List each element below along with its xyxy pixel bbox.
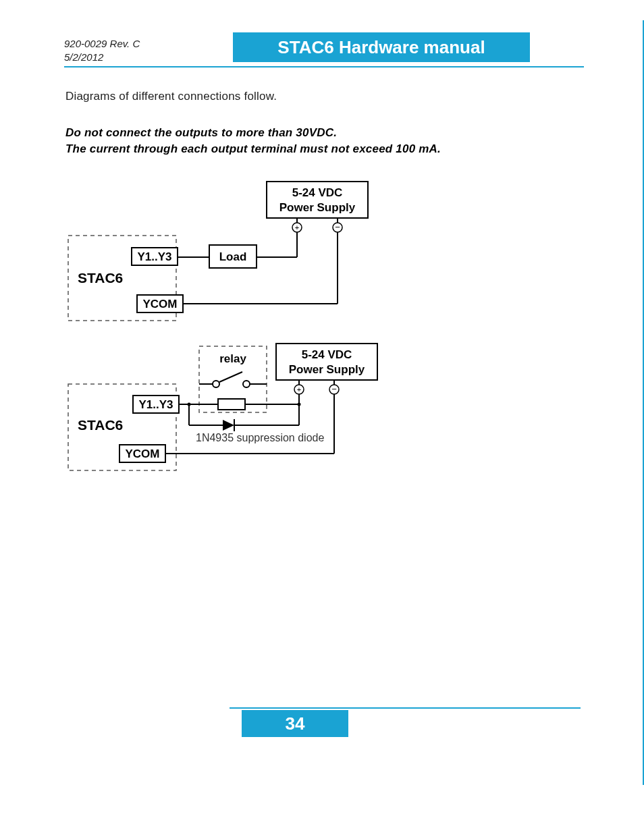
footer-rule — [230, 707, 581, 709]
title-bar: STAC6 Hardware manual — [233, 32, 530, 62]
svg-point-47 — [298, 402, 301, 406]
svg-text:−: − — [335, 222, 340, 232]
svg-text:+: + — [297, 385, 301, 393]
load-label: Load — [219, 250, 247, 263]
intro-paragraph: Diagrams of different connections follow… — [65, 90, 584, 103]
power-supply-label-l1: 5-24 VDC — [302, 348, 352, 361]
stac6-label: STAC6 — [78, 270, 123, 285]
diode-note: 1N4935 suppression diode — [196, 432, 324, 443]
power-supply-label-l2: Power Supply — [289, 363, 365, 376]
doc-date: 5/2/2012 — [64, 51, 140, 64]
svg-text:−: − — [331, 384, 337, 394]
svg-point-27 — [243, 381, 250, 387]
connection-diagrams: 5-24 VDC Power Supply + − Load — [64, 176, 442, 500]
page-footer: 34 — [0, 707, 581, 737]
svg-line-26 — [219, 372, 242, 382]
page-content: 920-0029 Rev. C 5/2/2012 STAC6 Hardware … — [64, 20, 584, 500]
diagram-area: 5-24 VDC Power Supply + − Load — [64, 176, 584, 500]
doc-rev: 920-0029 Rev. C — [64, 37, 140, 51]
page-number-box: 34 — [242, 710, 348, 737]
svg-text:+: + — [295, 223, 299, 232]
page-number: 34 — [286, 713, 305, 734]
power-supply-label-l1: 5-24 VDC — [292, 186, 343, 199]
doc-revision-block: 920-0029 Rev. C 5/2/2012 — [64, 37, 140, 63]
warning-block: Do not connect the outputs to more than … — [65, 125, 584, 157]
stac6-label: STAC6 — [78, 417, 123, 433]
header-rule — [64, 66, 584, 67]
relay-label: relay — [219, 352, 246, 365]
y-label: Y1..Y3 — [137, 250, 171, 263]
svg-marker-42 — [223, 420, 234, 431]
svg-point-25 — [213, 381, 219, 387]
ycom-label: YCOM — [126, 447, 160, 460]
svg-point-46 — [188, 402, 191, 406]
warning-line-2: The current through each output terminal… — [65, 141, 584, 157]
diagram-relay: 5-24 VDC Power Supply + − relay — [68, 344, 377, 470]
page-header: 920-0029 Rev. C 5/2/2012 STAC6 Hardware … — [64, 20, 584, 64]
y-label: Y1..Y3 — [138, 398, 173, 411]
power-supply-label-l2: Power Supply — [279, 201, 356, 214]
ycom-label: YCOM — [143, 298, 178, 310]
title-text: STAC6 Hardware manual — [277, 37, 485, 58]
svg-rect-30 — [218, 399, 245, 410]
warning-line-1: Do not connect the outputs to more than … — [65, 125, 584, 141]
diagram-load: 5-24 VDC Power Supply + − Load — [68, 182, 368, 321]
